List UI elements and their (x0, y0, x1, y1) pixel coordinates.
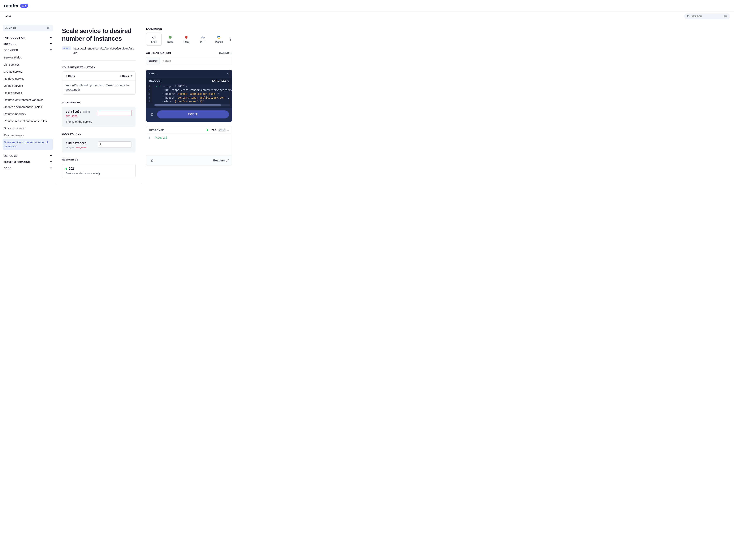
brand-logo: render (4, 3, 19, 9)
line-number: 3 (146, 92, 152, 96)
line-number: 4 (146, 96, 152, 100)
nav-section-deploys[interactable]: DEPLOYS (3, 153, 53, 159)
more-languages-button[interactable] (229, 38, 232, 41)
language-tab-php[interactable]: phpPHP (195, 33, 210, 46)
caret-down-icon (50, 43, 52, 45)
clipboard-icon (151, 159, 154, 162)
sidebar-item[interactable]: Resume service (3, 132, 53, 139)
sidebar-item[interactable]: Create service (3, 68, 53, 75)
api-badge: API (20, 4, 28, 8)
line-number: 1 (146, 134, 153, 141)
horizontal-scrollbar[interactable] (154, 104, 230, 106)
path-param-serviceid: serviceId string REQUIRED The ID of the … (62, 107, 135, 127)
sidebar-item[interactable]: Update environment variables (3, 103, 53, 110)
copy-button[interactable] (149, 112, 155, 117)
line-number: 1 (146, 84, 152, 88)
ruby-icon (185, 35, 188, 39)
caret-down-icon (50, 37, 52, 38)
numinstances-input[interactable] (98, 141, 132, 147)
chevron-down-icon (227, 80, 229, 82)
search-shortcut: ⌘K (724, 15, 728, 18)
param-name: serviceId (66, 110, 81, 113)
nav-section-owners[interactable]: OWNERS (3, 41, 53, 47)
expand-icon (226, 159, 229, 162)
info-icon[interactable]: i (229, 52, 232, 54)
page-title: Scale service to desired number of insta… (62, 27, 135, 42)
status-dot-icon (66, 168, 67, 170)
sidebar-item[interactable]: List services (3, 61, 53, 68)
caret-down-icon (50, 168, 52, 169)
app-header: render API (0, 0, 734, 11)
node-icon (168, 35, 172, 39)
caret-down-icon (50, 49, 52, 51)
body-params-heading: BODY PARAMS (62, 132, 135, 135)
sidebar-item[interactable]: Retrieve service (3, 75, 53, 82)
caret-down-icon (50, 161, 52, 163)
svg-line-1 (689, 17, 689, 17)
api-version[interactable]: v1.0 (5, 15, 11, 18)
response-description: Service scaled successfully (66, 172, 132, 175)
response-panel: RESPONSE 202 TRY IT 1 Accepted (146, 126, 232, 166)
jump-to-shortcut: ⌘/ (47, 27, 50, 29)
sidebar-item[interactable]: Service Fields (3, 54, 53, 61)
chevron-down-icon (227, 73, 229, 75)
console-client-selector[interactable]: CURL (146, 70, 232, 77)
nav-section-services[interactable]: SERVICES (3, 47, 53, 53)
shell-icon: >// (152, 35, 156, 39)
nav-section-jobs[interactable]: JOBS (3, 165, 53, 171)
sidebar-item[interactable]: Retrieve environment variables (3, 96, 53, 103)
try-it-button[interactable]: TRY IT! (157, 110, 229, 118)
sub-header: v1.0 ⌘K (0, 11, 734, 21)
headers-toggle[interactable]: Headers (213, 159, 229, 162)
auth-token-input[interactable] (160, 57, 232, 65)
search-input[interactable] (691, 15, 724, 18)
try-it-chip: TRY IT (218, 129, 226, 132)
request-console: CURL REQUEST EXAMPLES 1curl --request PO… (146, 70, 232, 122)
required-badge: REQUIRED (76, 146, 88, 149)
param-description: The ID of the service (66, 120, 132, 123)
sidebar-item[interactable]: Scale service to desired number of insta… (3, 139, 53, 150)
request-label: REQUEST (149, 79, 162, 82)
history-heading: YOUR REQUEST HISTORY (62, 66, 135, 69)
sidebar-item[interactable]: Suspend service (3, 125, 53, 132)
nav-section-custom-domains[interactable]: CUSTOM DOMAINS (3, 159, 53, 165)
auth-scheme-label: BEARERi (219, 52, 232, 54)
endpoint: POST https://api.render.com/v1/services/… (62, 46, 135, 61)
sidebar-item[interactable]: Update service (3, 82, 53, 89)
right-column: LANGUAGE >//ShellNodeRubyphpPHPPython AU… (142, 21, 235, 184)
language-tab-python[interactable]: Python (211, 33, 227, 46)
sidebar-item[interactable]: Delete service (3, 89, 53, 96)
response-status-selector[interactable]: 202 TRY IT (207, 129, 229, 132)
serviceid-input[interactable] (98, 110, 132, 116)
history-range-selector[interactable]: 7 Days (120, 74, 132, 78)
sidebar: JUMP TO ⌘/ INTRODUCTIONOWNERSSERVICESSer… (0, 21, 56, 184)
response-heading: RESPONSE (149, 129, 164, 132)
nav-section-introduction[interactable]: INTRODUCTION (3, 35, 53, 41)
line-number: 2 (146, 88, 152, 92)
sidebar-item[interactable]: Retrieve headers (3, 110, 53, 118)
status-dot-icon (207, 129, 208, 131)
search-icon (687, 15, 690, 18)
jump-to-button[interactable]: JUMP TO ⌘/ (3, 25, 53, 31)
line-number: 5 (146, 100, 152, 103)
sidebar-item[interactable]: Retrieve redirect and rewrite rules (3, 118, 53, 125)
language-tab-shell[interactable]: >//Shell (146, 33, 161, 46)
language-tab-node[interactable]: Node (162, 33, 178, 46)
required-badge: REQUIRED (66, 115, 78, 117)
response-status-code: 202 (211, 129, 216, 132)
code-block[interactable]: 1curl --request POST \2 --url https://ap… (146, 84, 232, 103)
history-calls: 0 Calls (66, 74, 75, 78)
param-name: numInstances (66, 141, 86, 145)
chevron-down-icon (227, 129, 229, 131)
search-box[interactable]: ⌘K (684, 13, 730, 19)
examples-dropdown[interactable]: EXAMPLES (212, 79, 229, 82)
python-icon (217, 35, 220, 39)
language-heading: LANGUAGE (146, 27, 232, 30)
language-tab-ruby[interactable]: Ruby (178, 33, 194, 46)
response-code: 202 (69, 167, 74, 170)
range-stepper-icon (130, 75, 132, 77)
response-item[interactable]: 202 Service scaled successfully (62, 164, 135, 178)
auth-heading: AUTHENTICATION (146, 51, 171, 54)
path-params-heading: PATH PARAMS (62, 101, 135, 104)
copy-response-button[interactable] (149, 158, 155, 163)
